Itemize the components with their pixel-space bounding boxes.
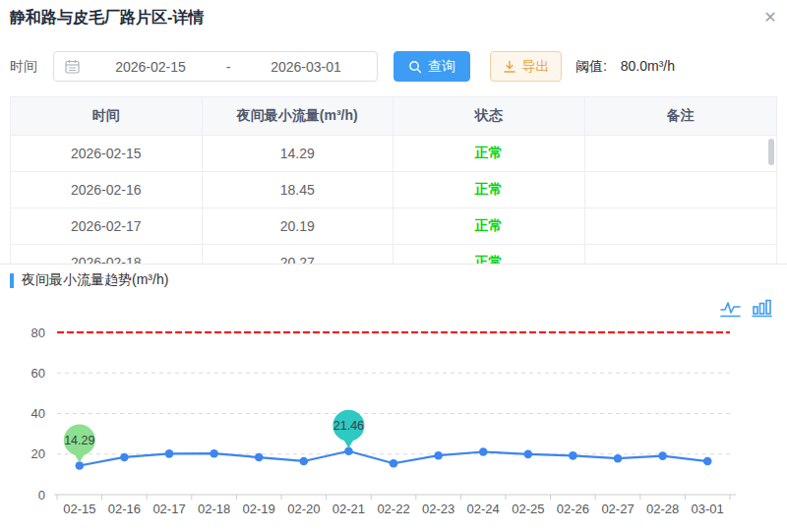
section-accent-bar bbox=[10, 273, 14, 288]
point-label-value: 14.29 bbox=[64, 434, 94, 447]
query-button[interactable]: 查询 bbox=[394, 51, 470, 82]
cell-flow: 20.27 bbox=[203, 245, 394, 264]
cell-remark bbox=[585, 136, 777, 171]
threshold-value: 80.0m³/h bbox=[621, 58, 675, 74]
cell-flow: 20.19 bbox=[203, 208, 394, 244]
date-range-input[interactable]: 2026-02-15 - 2026-03-01 bbox=[53, 51, 378, 82]
x-axis-tick-label: 02-18 bbox=[198, 502, 230, 516]
threshold-display: 阈值: 80.0m³/h bbox=[575, 51, 675, 82]
close-icon[interactable]: ✕ bbox=[759, 6, 781, 28]
flow-trend-chart: 02040608002-1502-1602-1702-1802-1902-200… bbox=[0, 295, 787, 532]
x-axis-tick-label: 02-17 bbox=[152, 502, 185, 516]
data-point[interactable] bbox=[524, 450, 533, 459]
export-button[interactable]: 导出 bbox=[490, 51, 562, 82]
x-axis-tick-label: 02-26 bbox=[557, 502, 589, 516]
x-axis-tick-label: 02-20 bbox=[287, 502, 320, 516]
data-point[interactable] bbox=[703, 457, 712, 466]
x-axis-tick-label: 02-16 bbox=[108, 502, 141, 516]
x-axis-tick-label: 02-23 bbox=[422, 502, 454, 516]
table-header-row: 时间 夜间最小流量(m³/h) 状态 备注 bbox=[11, 97, 776, 136]
y-axis-tick-label: 20 bbox=[31, 446, 45, 461]
status-badge: 正常 bbox=[394, 245, 585, 264]
date-range-label: 时间 bbox=[10, 51, 37, 82]
table-row[interactable]: 2026-02-18 20.27 正常 bbox=[11, 245, 776, 264]
chart-svg: 02040608002-1502-1602-1702-1802-1902-200… bbox=[0, 295, 787, 532]
section-divider bbox=[0, 264, 787, 265]
col-header-flow: 夜间最小流量(m³/h) bbox=[203, 97, 394, 135]
cell-remark bbox=[585, 245, 777, 264]
data-point[interactable] bbox=[479, 447, 488, 456]
x-axis-tick-label: 02-24 bbox=[467, 502, 500, 516]
date-separator: - bbox=[221, 59, 235, 75]
x-axis-tick-label: 02-22 bbox=[377, 502, 409, 516]
status-badge: 正常 bbox=[394, 172, 585, 207]
line-chart-icon[interactable] bbox=[719, 299, 742, 319]
y-axis-tick-label: 60 bbox=[31, 366, 45, 381]
data-point[interactable] bbox=[390, 459, 398, 468]
threshold-label: 阈值: bbox=[575, 58, 607, 74]
flow-data-table: 时间 夜间最小流量(m³/h) 状态 备注 2026-02-15 14.29 正… bbox=[10, 96, 777, 264]
chart-section-title: 夜间最小流量趋势(m³/h) bbox=[22, 271, 168, 289]
data-point[interactable] bbox=[614, 454, 623, 463]
x-axis-tick-label: 02-15 bbox=[63, 502, 95, 516]
y-axis-tick-label: 40 bbox=[31, 406, 45, 421]
col-header-remark: 备注 bbox=[585, 97, 777, 135]
table-scrollbar[interactable] bbox=[768, 139, 774, 165]
chart-section-header: 夜间最小流量趋势(m³/h) bbox=[10, 271, 168, 289]
data-point[interactable] bbox=[165, 449, 174, 458]
table-row[interactable]: 2026-02-16 18.45 正常 bbox=[11, 172, 776, 208]
toolbar: 时间 2026-02-15 - 2026-03-01 查询 bbox=[0, 51, 787, 82]
table-row[interactable]: 2026-02-17 20.19 正常 bbox=[11, 208, 776, 245]
end-date-value[interactable]: 2026-03-01 bbox=[235, 59, 377, 75]
x-axis-tick-label: 02-28 bbox=[646, 502, 679, 516]
cell-time: 2026-02-16 bbox=[11, 172, 203, 207]
x-axis-tick-label: 03-01 bbox=[692, 502, 724, 516]
cell-remark bbox=[585, 172, 777, 207]
bar-chart-icon[interactable] bbox=[751, 299, 773, 319]
data-point[interactable] bbox=[434, 451, 443, 460]
query-button-label: 查询 bbox=[428, 58, 455, 76]
download-icon bbox=[503, 60, 516, 74]
detail-dialog: 静和路与皮毛厂路片区-详情 ✕ 时间 2026-02-15 - 2026-03-… bbox=[0, 0, 787, 532]
data-point[interactable] bbox=[120, 453, 129, 462]
start-date-value[interactable]: 2026-02-15 bbox=[80, 59, 221, 75]
table-row[interactable]: 2026-02-15 14.29 正常 bbox=[11, 136, 776, 172]
status-badge: 正常 bbox=[394, 208, 585, 244]
search-icon bbox=[408, 60, 422, 74]
data-point[interactable] bbox=[255, 453, 264, 462]
x-axis-tick-label: 02-21 bbox=[333, 502, 365, 516]
y-axis-tick-label: 0 bbox=[38, 488, 45, 502]
data-point[interactable] bbox=[300, 457, 309, 466]
x-axis-tick-label: 02-25 bbox=[512, 502, 544, 516]
calendar-icon bbox=[65, 59, 80, 74]
data-point[interactable] bbox=[210, 449, 218, 458]
export-button-label: 导出 bbox=[522, 58, 550, 76]
y-axis-tick-label: 80 bbox=[31, 325, 45, 340]
x-axis-tick-label: 02-19 bbox=[243, 502, 275, 516]
x-axis-tick-label: 02-27 bbox=[601, 502, 634, 516]
chart-type-toggles bbox=[719, 299, 773, 319]
cell-flow: 14.29 bbox=[203, 136, 394, 171]
cell-flow: 18.45 bbox=[203, 172, 394, 207]
cell-time: 2026-02-17 bbox=[11, 208, 203, 244]
dialog-title: 静和路与皮毛厂路片区-详情 bbox=[10, 8, 204, 29]
status-badge: 正常 bbox=[394, 136, 585, 171]
data-point[interactable] bbox=[658, 451, 667, 460]
cell-time: 2026-02-18 bbox=[11, 245, 203, 264]
point-label-value: 21.46 bbox=[333, 419, 364, 433]
data-point[interactable] bbox=[569, 451, 577, 460]
cell-time: 2026-02-15 bbox=[11, 136, 203, 171]
cell-remark bbox=[585, 208, 777, 244]
col-header-status: 状态 bbox=[394, 97, 585, 135]
col-header-time: 时间 bbox=[11, 97, 203, 135]
